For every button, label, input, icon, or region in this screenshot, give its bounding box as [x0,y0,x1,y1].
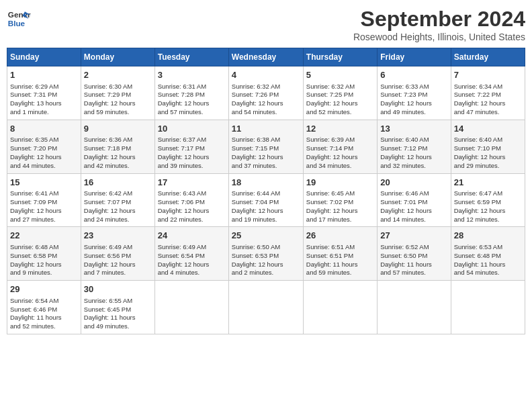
calendar-cell: 8Sunrise: 6:35 AMSunset: 7:20 PMDaylight… [7,120,81,173]
day-info-line: Sunrise: 6:49 AM [158,243,226,252]
day-info-line: Daylight: 12 hours [158,153,226,162]
day-number: 1 [10,69,78,81]
day-number: 7 [454,69,522,81]
day-info-line: Daylight: 12 hours [232,99,300,108]
day-number: 14 [454,123,522,135]
day-info-line: Daylight: 11 hours [84,314,152,322]
calendar-cell: 24Sunrise: 6:49 AMSunset: 6:54 PMDayligh… [154,227,228,281]
calendar-cell: 30Sunrise: 6:55 AMSunset: 6:45 PMDayligh… [81,281,154,334]
day-info-line: Sunset: 7:18 PM [84,144,152,153]
day-number: 27 [380,230,447,242]
day-info-line: Daylight: 12 hours [380,207,447,216]
calendar-cell: 29Sunrise: 6:54 AMSunset: 6:46 PMDayligh… [7,281,81,334]
day-info-line: and 47 minutes. [454,108,522,117]
calendar-cell: 13Sunrise: 6:40 AMSunset: 7:12 PMDayligh… [378,120,451,173]
day-info-line: and 59 minutes. [306,269,374,277]
day-info-line: and 49 minutes. [84,322,152,331]
calendar-cell: 12Sunrise: 6:39 AMSunset: 7:14 PMDayligh… [303,120,377,173]
calendar-cell: 22Sunrise: 6:48 AMSunset: 6:58 PMDayligh… [7,227,81,281]
day-info-line: and 7 minutes. [84,269,152,277]
day-info-line: Sunrise: 6:29 AM [10,83,78,91]
day-info-line: Sunset: 6:45 PM [84,306,152,314]
day-number: 23 [84,230,152,242]
day-info-line: Sunset: 7:17 PM [158,144,226,153]
calendar-cell: 20Sunrise: 6:46 AMSunset: 7:01 PMDayligh… [378,173,451,227]
day-info-line: and 17 minutes. [306,216,374,224]
day-number: 8 [10,123,78,135]
day-info-line: Sunrise: 6:39 AM [306,136,374,144]
calendar-cell: 7Sunrise: 6:34 AMSunset: 7:22 PMDaylight… [451,66,525,120]
day-info-line: and 49 minutes. [380,108,447,117]
day-header-tuesday: Tuesday [154,48,228,66]
day-info-line: Sunrise: 6:44 AM [232,189,300,198]
day-info-line: Sunrise: 6:49 AM [84,243,152,252]
day-info-line: Sunset: 6:54 PM [158,252,226,261]
day-info-line: Sunrise: 6:36 AM [84,136,152,144]
day-number: 19 [306,177,374,189]
day-number: 3 [158,69,226,81]
calendar-cell: 16Sunrise: 6:42 AMSunset: 7:07 PMDayligh… [81,173,154,227]
day-info-line: Sunset: 6:53 PM [232,252,300,261]
day-info-line: and 32 minutes. [380,162,447,171]
day-info-line: Sunrise: 6:31 AM [158,83,226,91]
calendar-cell: 25Sunrise: 6:50 AMSunset: 6:53 PMDayligh… [228,227,303,281]
day-number: 16 [84,177,152,189]
day-info-line: Daylight: 12 hours [158,207,226,216]
day-info-line: and 2 minutes. [232,269,300,277]
day-header-wednesday: Wednesday [228,48,303,66]
day-info-line: Sunset: 7:22 PM [454,91,522,99]
day-info-line: Sunrise: 6:40 AM [454,136,522,144]
day-info-line: Daylight: 12 hours [380,153,447,162]
day-info-line: Sunset: 7:04 PM [232,198,300,207]
day-info-line: Daylight: 12 hours [84,153,152,162]
day-number: 5 [306,69,374,81]
calendar-cell: 27Sunrise: 6:52 AMSunset: 6:50 PMDayligh… [378,227,451,281]
day-header-monday: Monday [81,48,154,66]
day-info-line: Sunrise: 6:48 AM [10,243,78,252]
day-info-line: Sunset: 7:26 PM [232,91,300,99]
day-info-line: Sunset: 7:10 PM [454,144,522,153]
day-info-line: Daylight: 12 hours [10,153,78,162]
day-info-line: Sunset: 7:01 PM [380,198,447,207]
day-info-line: Daylight: 13 hours [10,99,78,108]
day-info-line: Daylight: 12 hours [306,153,374,162]
calendar-cell [451,281,525,334]
svg-text:Blue: Blue [8,19,26,28]
day-info-line: Sunset: 6:56 PM [84,252,152,261]
day-info-line: Sunset: 7:07 PM [84,198,152,207]
calendar-cell: 11Sunrise: 6:38 AMSunset: 7:15 PMDayligh… [228,120,303,173]
day-info-line: Sunrise: 6:35 AM [10,136,78,144]
day-info-line: Sunrise: 6:55 AM [84,297,152,306]
day-info-line: Daylight: 12 hours [380,99,447,108]
day-info-line: Sunrise: 6:53 AM [454,243,522,252]
day-header-saturday: Saturday [451,48,525,66]
day-number: 10 [158,123,226,135]
day-info-line: and 19 minutes. [232,216,300,224]
day-header-thursday: Thursday [303,48,377,66]
day-info-line: Daylight: 12 hours [306,99,374,108]
day-number: 26 [306,230,374,242]
day-info-line: Sunrise: 6:40 AM [380,136,447,144]
logo-icon: General Blue [7,7,31,31]
day-info-line: Sunset: 7:31 PM [10,91,78,99]
calendar-cell [154,281,228,334]
day-info-line: Sunrise: 6:51 AM [306,243,374,252]
day-number: 15 [10,177,78,189]
day-info-line: Daylight: 12 hours [84,207,152,216]
day-header-sunday: Sunday [7,48,81,66]
day-number: 24 [158,230,226,242]
day-number: 4 [232,69,300,81]
day-info-line: and 22 minutes. [158,216,226,224]
day-info-line: Sunset: 7:12 PM [380,144,447,153]
day-info-line: Sunrise: 6:38 AM [232,136,300,144]
calendar-cell: 1Sunrise: 6:29 AMSunset: 7:31 PMDaylight… [7,66,81,120]
day-info-line: Sunset: 7:15 PM [232,144,300,153]
day-info-line: Sunrise: 6:43 AM [158,189,226,198]
calendar-cell: 9Sunrise: 6:36 AMSunset: 7:18 PMDaylight… [81,120,154,173]
day-info-line: and 1 minute. [10,108,78,117]
day-info-line: Daylight: 11 hours [306,261,374,269]
calendar-cell [303,281,377,334]
day-info-line: Sunrise: 6:32 AM [232,83,300,91]
day-number: 18 [232,177,300,189]
day-info-line: Sunrise: 6:50 AM [232,243,300,252]
